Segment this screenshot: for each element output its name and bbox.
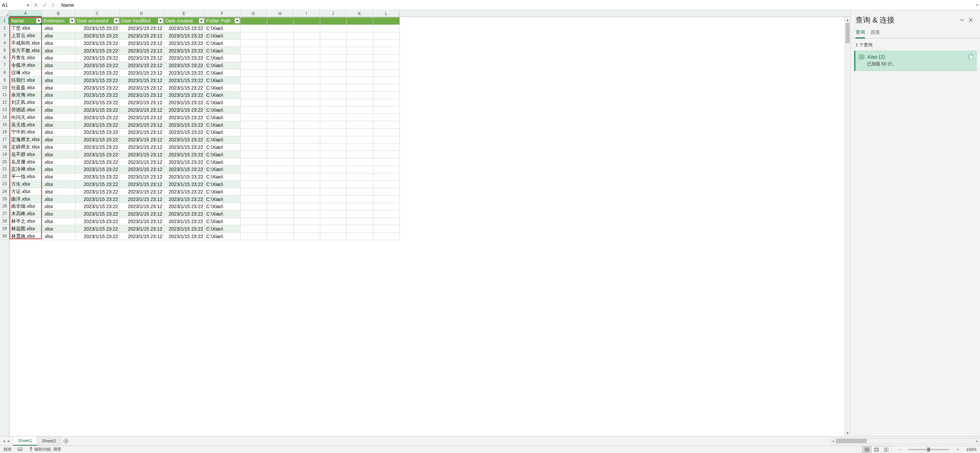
table-cell[interactable] xyxy=(320,114,347,121)
row-header[interactable]: 29 xyxy=(0,225,9,232)
table-cell[interactable]: 2023/1/15 23:12 xyxy=(120,144,164,151)
table-cell[interactable]: C:\Xiao\ xyxy=(205,84,240,92)
sheet-tab-sheet2[interactable]: Sheet2 xyxy=(37,436,61,445)
table-cell[interactable] xyxy=(347,196,373,203)
column-header-H[interactable]: H xyxy=(267,10,293,17)
table-cell[interactable]: 劳德诺.xlsx xyxy=(10,106,42,114)
table-cell[interactable] xyxy=(347,218,373,225)
table-cell[interactable]: .xlsx xyxy=(42,158,76,166)
table-cell[interactable]: C:\Xiao\ xyxy=(205,210,240,218)
table-cell[interactable] xyxy=(373,40,400,47)
table-cell[interactable] xyxy=(240,106,267,114)
table-cell[interactable] xyxy=(267,69,294,77)
table-cell[interactable] xyxy=(347,69,373,77)
table-cell[interactable]: 2023/1/15 23:22 xyxy=(164,166,205,173)
table-cell[interactable]: 2023/1/15 23:22 xyxy=(76,196,120,203)
table-header-cell[interactable]: Date created xyxy=(164,18,205,25)
table-cell[interactable] xyxy=(347,62,373,69)
table-cell[interactable] xyxy=(294,158,320,166)
table-header-cell[interactable]: Folder Path xyxy=(205,18,240,25)
table-cell[interactable] xyxy=(373,166,400,173)
table-cell[interactable]: 2023/1/15 23:12 xyxy=(120,106,164,114)
table-cell[interactable]: 2023/1/15 23:12 xyxy=(120,180,164,188)
table-cell[interactable] xyxy=(347,114,373,121)
column-header-I[interactable]: I xyxy=(293,10,320,17)
row-header[interactable]: 20 xyxy=(0,158,9,166)
table-cell[interactable]: C:\Xiao\ xyxy=(205,196,240,203)
table-cell[interactable]: 2023/1/15 23:12 xyxy=(120,173,164,180)
row-header[interactable]: 27 xyxy=(0,210,9,218)
row-header[interactable]: 11 xyxy=(0,91,9,99)
table-cell[interactable] xyxy=(267,91,294,99)
table-cell[interactable] xyxy=(320,203,347,210)
table-cell[interactable] xyxy=(267,24,294,32)
table-cell[interactable]: 2023/1/15 23:12 xyxy=(120,91,164,99)
zoom-slider[interactable] xyxy=(908,449,949,450)
table-cell[interactable] xyxy=(267,136,294,144)
table-cell[interactable]: 2023/1/15 23:22 xyxy=(76,77,120,84)
table-cell[interactable]: 2023/1/15 23:22 xyxy=(76,91,120,99)
table-cell[interactable] xyxy=(294,225,320,233)
table-cell[interactable]: 2023/1/15 23:12 xyxy=(120,77,164,84)
table-cell[interactable]: 2023/1/15 23:22 xyxy=(76,218,120,225)
table-cell[interactable]: .xlsx xyxy=(42,47,76,54)
filter-dropdown-button[interactable] xyxy=(69,18,75,24)
select-all-corner[interactable] xyxy=(0,10,10,17)
table-cell[interactable]: C:\Xiao\ xyxy=(205,47,240,54)
table-header-cell[interactable] xyxy=(294,18,320,25)
table-cell[interactable]: 2023/1/15 23:22 xyxy=(76,121,120,129)
formula-input[interactable]: Name xyxy=(58,0,974,10)
cells-area[interactable]: NameExtensionDate accessedDate modifiedD… xyxy=(10,17,845,436)
table-cell[interactable] xyxy=(347,128,373,136)
table-cell[interactable]: .xlsx xyxy=(42,166,76,173)
table-cell[interactable] xyxy=(373,62,400,69)
table-cell[interactable] xyxy=(373,32,400,40)
row-header[interactable]: 13 xyxy=(0,106,9,114)
chevron-down-icon[interactable]: ▼ xyxy=(26,3,30,7)
tab-queries[interactable]: 查询 xyxy=(856,27,865,38)
table-cell[interactable] xyxy=(373,173,400,180)
table-cell[interactable] xyxy=(267,225,294,233)
table-cell[interactable]: 2023/1/15 23:12 xyxy=(120,158,164,166)
table-cell[interactable] xyxy=(347,84,373,92)
table-cell[interactable]: 2023/1/15 23:12 xyxy=(120,225,164,233)
table-cell[interactable]: 2023/1/15 23:22 xyxy=(76,203,120,210)
table-cell[interactable]: 2023/1/15 23:12 xyxy=(120,188,164,196)
table-cell[interactable]: 丁坚.xlsx xyxy=(10,24,42,32)
table-cell[interactable] xyxy=(240,188,267,196)
table-cell[interactable] xyxy=(294,54,320,62)
table-cell[interactable] xyxy=(240,91,267,99)
row-header[interactable]: 19 xyxy=(0,150,9,158)
table-cell[interactable]: 任我行.xlsx xyxy=(10,77,42,84)
table-cell[interactable] xyxy=(294,106,320,114)
column-header-G[interactable]: G xyxy=(240,10,267,17)
query-item[interactable]: Xiao (2) 已加载 50 行。 xyxy=(854,51,977,71)
table-cell[interactable]: 2023/1/15 23:12 xyxy=(120,84,164,92)
table-cell[interactable]: 2023/1/15 23:22 xyxy=(164,151,205,158)
table-cell[interactable] xyxy=(347,166,373,173)
table-cell[interactable]: 2023/1/15 23:22 xyxy=(164,47,205,54)
table-cell[interactable]: 2023/1/15 23:12 xyxy=(120,24,164,32)
table-cell[interactable] xyxy=(373,84,400,92)
table-cell[interactable]: C:\Xiao\ xyxy=(205,32,240,40)
row-header[interactable]: 30 xyxy=(0,232,9,240)
table-cell[interactable]: 平一指.xlsx xyxy=(10,173,42,180)
table-cell[interactable]: .xlsx xyxy=(42,91,76,99)
table-cell[interactable] xyxy=(294,77,320,84)
table-cell[interactable]: .xlsx xyxy=(42,151,76,158)
close-pane-button[interactable] xyxy=(966,16,975,24)
row-header[interactable]: 12 xyxy=(0,99,9,106)
table-cell[interactable] xyxy=(347,210,373,218)
table-cell[interactable]: 2023/1/15 23:22 xyxy=(164,144,205,151)
table-cell[interactable] xyxy=(320,210,347,218)
table-cell[interactable] xyxy=(267,218,294,225)
table-cell[interactable]: .xlsx xyxy=(42,106,76,114)
table-cell[interactable]: 任盈盈.xlsx xyxy=(10,84,42,92)
insert-function-button[interactable]: fx xyxy=(49,0,58,10)
table-cell[interactable] xyxy=(240,77,267,84)
table-cell[interactable]: 2023/1/15 23:12 xyxy=(120,54,164,62)
table-cell[interactable]: 曲洋.xlsx xyxy=(10,196,42,203)
add-sheet-button[interactable] xyxy=(61,436,71,445)
table-cell[interactable] xyxy=(373,99,400,106)
row-header[interactable]: 23 xyxy=(0,180,9,188)
